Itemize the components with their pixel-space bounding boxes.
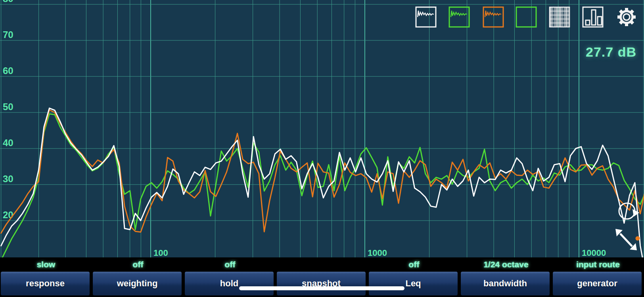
status-leq-value: off <box>409 260 420 269</box>
home-indicator[interactable] <box>239 286 404 290</box>
status-bandwidth: 1/24 octave <box>460 257 552 272</box>
gear-tooth <box>620 21 623 23</box>
trace-white-icon[interactable] <box>415 6 437 28</box>
y-tick-60: 60 <box>3 65 13 76</box>
x-tick-10000: 10000 <box>582 248 606 257</box>
trace-orange-frame <box>483 7 503 27</box>
gear-hole <box>623 14 630 20</box>
cursor-dot <box>636 236 640 241</box>
menu-button-row: response weighting hold snapshot Leq ban… <box>0 272 644 297</box>
expand-shaft <box>620 234 632 246</box>
response-button[interactable]: response <box>1 272 90 295</box>
status-weighting: off <box>92 257 184 272</box>
spectrum-plot-svg: 80706050403020100100010000 <box>0 0 644 257</box>
y-tick-30: 30 <box>3 173 13 184</box>
generator-button[interactable]: generator <box>553 272 642 295</box>
bar-tall <box>592 10 596 25</box>
snapshot-button[interactable]: snapshot <box>277 272 366 295</box>
spectrum-trace-white <box>1 108 644 257</box>
bar-chart-icon[interactable] <box>582 6 604 28</box>
status-hold: off <box>184 257 276 272</box>
analyzer-screen: 80706050403020100100010000 <box>0 0 644 297</box>
x-tick-1000: 1000 <box>368 248 387 257</box>
trace-white-frame <box>416 7 436 27</box>
y-tick-80: 80 <box>3 0 13 4</box>
weighting-button[interactable]: weighting <box>93 272 182 295</box>
y-tick-40: 40 <box>3 137 13 148</box>
trace-empty-frame <box>516 7 536 27</box>
trace-green-frame <box>449 7 469 27</box>
spectrum-trace-orange <box>1 110 644 233</box>
leq-button[interactable]: Leq <box>369 272 458 295</box>
expand-arrows-icon[interactable] <box>611 226 644 253</box>
spl-readout: 27.7 dB <box>586 44 636 60</box>
bar-small <box>586 20 590 25</box>
hold-button[interactable]: hold <box>185 272 274 295</box>
grid-icon[interactable] <box>549 6 570 28</box>
gear-tooth <box>620 11 623 13</box>
y-tick-50: 50 <box>3 101 13 112</box>
status-bandwidth-value: 1/24 octave <box>483 260 528 269</box>
trace-orange-icon[interactable] <box>483 6 504 28</box>
gear-tooth <box>631 11 633 13</box>
trace-empty-icon[interactable] <box>516 6 537 28</box>
status-row: slow off off off 1/24 octave input route <box>0 257 644 272</box>
cursor-circle-icon[interactable] <box>615 200 643 224</box>
x-tick-100: 100 <box>153 248 168 257</box>
bandwidth-button[interactable]: bandwidth <box>461 272 550 295</box>
status-snapshot <box>276 257 368 272</box>
cursor-circle <box>619 203 635 219</box>
trace-white-mini-curve <box>418 11 434 17</box>
spectrum-plot[interactable]: 80706050403020100100010000 <box>0 0 644 257</box>
status-response: slow <box>0 257 92 272</box>
settings-gear-icon[interactable] <box>616 6 637 28</box>
status-leq: off <box>368 257 460 272</box>
gear-tooth <box>631 21 633 23</box>
spectrum-trace-green <box>1 114 644 257</box>
y-tick-20: 20 <box>3 209 13 220</box>
trace-green-icon[interactable] <box>448 6 470 28</box>
trace-orange-mini-curve <box>485 11 501 17</box>
status-generator-value: input route <box>576 260 620 269</box>
status-weighting-value: off <box>133 260 144 269</box>
status-response-value: slow <box>37 260 56 269</box>
status-generator: input route <box>552 257 644 272</box>
y-tick-70: 70 <box>3 29 13 40</box>
trace-green-mini-curve <box>451 11 467 17</box>
status-hold-value: off <box>225 260 236 269</box>
cursor-arrowhead <box>632 209 639 217</box>
bar-medium <box>598 17 602 25</box>
